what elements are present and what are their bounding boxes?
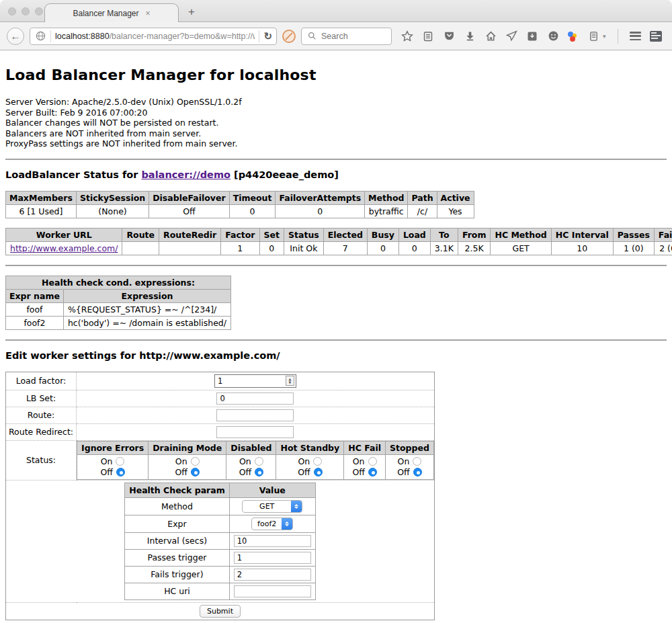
load-factor-input[interactable] [218,376,286,386]
reload-icon[interactable]: ↻ [263,30,272,42]
worker-elected: 7 [323,241,367,255]
hc-fail-off-radio[interactable] [368,468,377,476]
hc-interval-input[interactable] [234,535,311,547]
hcp-method-row: Method GET [125,497,316,515]
chevron-down-icon[interactable]: ▾ [603,33,606,40]
select-stepper-icon [291,500,302,513]
search-input[interactable] [321,32,385,41]
draining-mode-radios: On Off [149,454,226,479]
balancer-status-table: MaxMembers StickySession DisableFailover… [5,191,474,218]
hot-standby-radios: On Off [276,454,344,479]
off-label: Off [175,467,187,478]
worker-routeredir [159,241,221,255]
ignore-errors-off-radio[interactable] [116,468,125,476]
home-icon[interactable] [485,30,497,42]
load-factor-field[interactable]: ▲▼ [214,374,296,388]
col-hc-method: HC Method [491,228,551,241]
draining-mode-off-radio[interactable] [191,468,200,476]
send-tab-icon[interactable] [505,30,517,42]
hc-expressions-table: Health check cond. expressions: Expr nam… [5,276,231,330]
adblock-icon[interactable] [282,30,296,43]
reading-list-icon[interactable] [422,30,434,42]
downloads-icon[interactable] [464,30,476,42]
hc-method-select[interactable]: GET [242,500,302,513]
back-button[interactable]: ← [7,28,24,45]
hc-params-table: Health Check param Value Method GET [124,483,316,600]
lb-set-input[interactable] [216,392,294,405]
color-dots-extension-icon[interactable] [568,31,579,42]
minimize-window-icon[interactable] [22,7,30,15]
balancer-header-row: MaxMembers StickySession DisableFailover… [6,191,474,204]
col-draining-mode: Draining Mode [149,441,226,454]
bookmark-star-icon[interactable] [401,30,413,42]
workers-header-row: Worker URL Route RouteRedir Factor Set S… [6,228,672,241]
url-bar[interactable]: localhost:8880/balancer-manager?b=demo&w… [30,28,277,45]
hc-expr-select[interactable]: foof2 [251,517,293,530]
browser-tab[interactable]: Balancer Manager × [44,3,179,22]
disabled-on-radio[interactable] [255,457,263,466]
balancer-data-row: 6 [1 Used] (None) Off 0 0 bytraffic /c/ … [6,204,474,218]
route-redirect-row: Route Redirect: [6,423,435,440]
on-label: On [298,456,310,467]
hc-params-row: Health Check param Value Method GET [6,480,435,602]
container-extension-icon[interactable] [587,30,599,42]
hc-fail-on-radio[interactable] [368,457,377,466]
heading-prefix: LoadBalancer Status for [5,169,141,180]
worker-set: 0 [259,241,284,255]
submit-button[interactable]: Submit [200,605,241,618]
page-title: Load Balancer Manager for localhost [5,67,667,83]
save-page-extension-icon[interactable] [526,30,538,42]
select-stepper-icon [282,517,292,530]
worker-hc-interval: 10 [551,241,613,255]
val-timeout: 0 [229,204,276,218]
on-label: On [101,456,113,467]
val-disablefailover: Off [149,204,229,218]
col-ignore-errors: Ignore Errors [77,441,149,454]
val-stickysession: (None) [76,204,149,218]
url-text[interactable]: localhost:8880/balancer-manager?b=demo&w… [55,32,255,41]
menu-icon[interactable] [630,32,641,40]
number-stepper-icon[interactable]: ▲▼ [286,376,294,386]
close-window-icon[interactable] [8,7,16,15]
route-redirect-label: Route Redirect: [6,423,77,440]
chat-smiley-icon[interactable] [547,30,559,42]
load-factor-row: Load factor: ▲▼ [6,372,435,390]
col-worker-url: Worker URL [6,228,122,241]
worker-load: 0 [398,241,430,255]
zoom-window-icon[interactable] [35,7,43,15]
hcp-fails-row: Fails trigger) [125,566,316,583]
hc-fails-input[interactable] [234,569,311,581]
hcx-title: Health check cond. expressions: [6,276,231,289]
hot-standby-on-radio[interactable] [313,457,322,466]
route-redirect-input[interactable] [216,426,294,438]
status-radio-row: On Off On Off On Off [77,454,434,479]
hc-uri-label: HC uri [125,583,230,599]
col-hc-param: Health Check param [125,483,230,497]
divider-2 [5,265,667,266]
new-tab-button[interactable]: + [188,5,195,19]
route-input[interactable] [216,409,294,421]
on-label: On [239,456,251,467]
grid-extension-icon[interactable] [650,31,662,42]
pocket-icon[interactable] [443,30,455,42]
stopped-on-radio[interactable] [413,457,421,466]
hc-passes-input[interactable] [234,552,311,564]
hcp-interval-row: Interval (secs) [125,532,316,549]
draining-mode-on-radio[interactable] [191,457,200,466]
hot-standby-off-radio[interactable] [314,468,323,476]
lb-set-row: LB Set: [6,390,435,407]
disabled-off-radio[interactable] [255,468,263,476]
balancer-status-heading: LoadBalancer Status for balancer://demo … [5,169,667,180]
urlbar-divider-2 [259,30,259,42]
search-box[interactable] [301,28,392,45]
balancer-link[interactable]: balancer://demo [141,169,230,180]
worker-url-link[interactable]: http://www.example.com/ [10,243,118,253]
stopped-off-radio[interactable] [413,468,422,476]
worker-busy: 0 [367,241,398,255]
server-built: Server Built: Feb 9 2016 07:00:20 [5,108,667,118]
hc-method-label: Method [125,497,230,515]
tab-close-icon[interactable]: × [146,9,151,18]
ignore-errors-on-radio[interactable] [116,457,124,466]
hc-uri-input[interactable] [234,585,311,597]
col-timeout: Timeout [229,191,276,204]
